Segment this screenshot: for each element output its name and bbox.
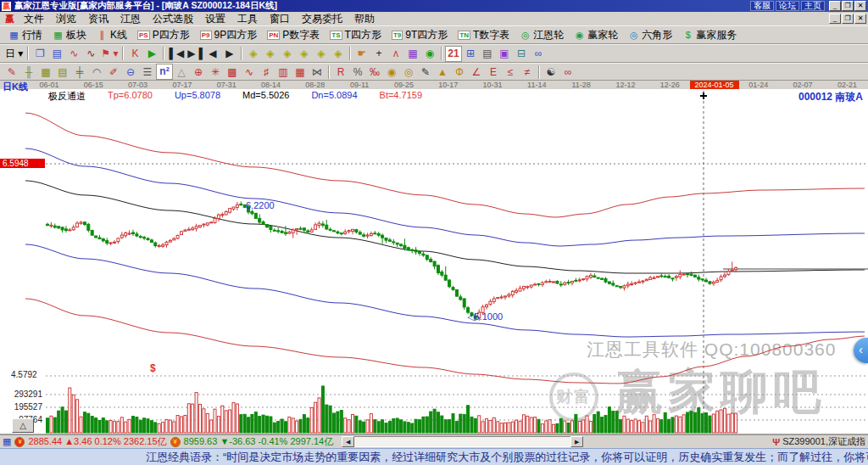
draw-arrows-pair[interactable]: ⋈ xyxy=(309,64,326,80)
toolbar-button-gann-wheel[interactable]: ◎江恩轮 xyxy=(515,27,569,43)
menu-item-4[interactable]: 江恩 xyxy=(114,12,147,25)
menu-item-2[interactable]: 浏览 xyxy=(50,12,82,25)
scroll-left-button[interactable]: ◀ xyxy=(342,436,354,447)
tool-link[interactable]: ∞ xyxy=(530,46,547,62)
tool-candle-style-dropdown[interactable]: ⚑ ▾ xyxy=(99,46,120,62)
horizontal-scrollbar[interactable]: ◀ ▶ xyxy=(342,436,583,447)
toolbar-button-t-table[interactable]: TNT数字表 xyxy=(453,27,515,43)
toolbar-button-kline[interactable]: ∥K线 xyxy=(92,27,132,43)
menu-item-7[interactable]: 工具 xyxy=(231,12,264,25)
tool-diamond-nav-1[interactable]: ◈ xyxy=(245,46,262,62)
tool-period-day-dropdown[interactable]: 日 ▾ xyxy=(3,46,25,62)
titlebar-link-2[interactable]: 论坛 xyxy=(776,1,799,11)
tool-computer[interactable]: ⊟ xyxy=(513,46,530,62)
tool-save[interactable]: ▣ xyxy=(496,46,513,62)
tool-diamond-nav-2[interactable]: ◈ xyxy=(262,46,279,62)
draw-infinity-link[interactable]: ∞ xyxy=(559,64,576,80)
toolbar-button-sectors[interactable]: ▦板块 xyxy=(47,27,92,43)
tool-tile-chart[interactable]: ❐ xyxy=(31,46,48,62)
tool-play-flag[interactable]: ▶ xyxy=(143,46,160,62)
draw-golden-triangle[interactable]: ▲ xyxy=(434,64,451,80)
toolbar-button-p-square[interactable]: PSP四方形 xyxy=(132,27,195,43)
toolbar-button-winner-service[interactable]: $赢家服务 xyxy=(677,27,742,43)
toolbar-button-winner-wheel[interactable]: ◉赢家轮 xyxy=(569,27,623,43)
tool-calculator[interactable]: ⊞ xyxy=(462,46,479,62)
draw-golden-circle-1[interactable]: ◉ xyxy=(383,64,400,80)
draw-pen-tool-3[interactable]: ✎ xyxy=(417,64,434,80)
draw-golden-section[interactable]: Φ xyxy=(451,64,468,80)
tool-wave-b[interactable]: ∿ xyxy=(82,46,99,62)
toolbar-button-quotes[interactable]: ▦行情 xyxy=(3,27,47,43)
child-close-button[interactable]: ✕ xyxy=(854,14,866,24)
kline-chart[interactable] xyxy=(0,89,868,434)
tool-grid-tool[interactable]: ▦ xyxy=(404,46,421,62)
draw-percent-grid[interactable]: ‰ xyxy=(366,64,383,80)
child-minimize-button[interactable]: _ xyxy=(829,14,841,24)
draw-gann-grid-3[interactable]: ▤ xyxy=(54,64,71,80)
draw-target[interactable]: ⊕ xyxy=(190,64,207,80)
draw-gann-grid-1[interactable]: ╫ xyxy=(20,64,37,80)
tool-diamond-nav-6[interactable]: ◈ xyxy=(330,46,347,62)
menu-item-10[interactable]: 帮助 xyxy=(348,12,381,25)
draw-channel-lines[interactable]: ≠ xyxy=(519,64,536,80)
draw-cycle-circle[interactable]: ⊖ xyxy=(122,64,139,80)
tool-nav-next[interactable]: ▶ xyxy=(221,46,238,62)
draw-pen-tool-2[interactable]: ✐ xyxy=(105,64,122,80)
draw-compass[interactable]: △ xyxy=(173,64,190,80)
toolbar-button-p-table[interactable]: PNP数字表 xyxy=(262,27,325,43)
tool-nav-prev[interactable]: ◀ xyxy=(204,46,221,62)
menu-item-5[interactable]: 公式选股 xyxy=(147,12,199,25)
tool-nav-last[interactable]: ▶▐ xyxy=(186,46,204,62)
draw-golden-circle-2[interactable]: ◎ xyxy=(400,64,417,80)
toolbar-button-t-square[interactable]: TST四方形 xyxy=(325,27,387,43)
draw-arc-tool[interactable]: ◠ xyxy=(88,64,105,80)
tool-wave-a[interactable]: ∿ xyxy=(65,46,82,62)
draw-red-grid-3[interactable]: ▦ xyxy=(292,64,309,80)
tool-hand-tool[interactable]: ☛ xyxy=(353,46,370,62)
toolbar-button-9t-square[interactable]: T99T四方形 xyxy=(387,27,453,43)
draw-taiji[interactable]: ☯ xyxy=(542,64,559,80)
draw-pen-tool[interactable]: ✎ xyxy=(3,64,20,80)
draw-retrace-tool[interactable]: R xyxy=(332,64,349,80)
draw-percent-lines[interactable]: % xyxy=(349,64,366,80)
app-minimize-button[interactable]: _ xyxy=(829,1,841,11)
tool-nav-first[interactable]: ▌◀ xyxy=(167,46,186,62)
tool-notebook[interactable]: ▤ xyxy=(479,46,496,62)
draw-star[interactable]: ✳ xyxy=(207,64,224,80)
draw-gann-grid-4[interactable]: ╪ xyxy=(71,64,88,80)
app-restore-button[interactable]: ❐ xyxy=(842,1,854,11)
tool-diamond-nav-4[interactable]: ◈ xyxy=(296,46,313,62)
tool-crosshair-tool[interactable]: + xyxy=(370,46,387,62)
draw-shade-grid[interactable]: ▩ xyxy=(224,64,241,80)
menu-item-1[interactable]: 文件 xyxy=(18,12,50,25)
draw-lte-lines[interactable]: ≤ xyxy=(502,64,519,80)
draw-red-grid-2[interactable]: ▥ xyxy=(275,64,292,80)
draw-elliott-wave[interactable]: E xyxy=(485,64,502,80)
tool-diamond-nav-5[interactable]: ◈ xyxy=(313,46,330,62)
tool-circle-tool[interactable]: ◉ xyxy=(421,46,438,62)
draw-n-square[interactable]: n² xyxy=(156,64,173,80)
draw-sharp-grid[interactable]: ♯ xyxy=(258,64,275,80)
menu-item-9[interactable]: 交易委托 xyxy=(296,12,348,25)
tool-info-view[interactable]: ▤ xyxy=(48,46,65,62)
titlebar-link-1[interactable]: 客服 xyxy=(750,1,774,11)
menu-item-3[interactable]: 资讯 xyxy=(82,12,114,25)
toolbar-button-hexagon[interactable]: ◎六角形 xyxy=(623,27,677,43)
draw-dense-grid[interactable]: ☰ xyxy=(139,64,156,80)
menu-item-6[interactable]: 设置 xyxy=(199,12,231,25)
menu-item-8[interactable]: 窗口 xyxy=(264,12,296,25)
quote-board-icon[interactable]: ▦ xyxy=(3,436,11,447)
tool-kx-mark[interactable]: K xyxy=(126,46,143,62)
toolbar-button-9p-square[interactable]: P99P四方形 xyxy=(195,27,262,43)
tool-calendar-21[interactable]: 21 xyxy=(445,46,462,62)
draw-gann-grid-2[interactable]: ▦ xyxy=(37,64,54,80)
app-close-button[interactable]: ✕ xyxy=(854,1,866,11)
scroll-right-button[interactable]: ▶ xyxy=(570,436,583,447)
tool-diamond-nav-3[interactable]: ◈ xyxy=(279,46,296,62)
child-restore-button[interactable]: ❐ xyxy=(842,14,854,24)
panel-toggle-button[interactable]: △ xyxy=(12,418,34,433)
scrollbar-track[interactable] xyxy=(354,436,570,447)
draw-wave-mark[interactable]: ∿ xyxy=(241,64,258,80)
draw-angle-line[interactable]: ∠ xyxy=(468,64,485,80)
titlebar-link-3[interactable]: 主页 xyxy=(801,1,825,11)
